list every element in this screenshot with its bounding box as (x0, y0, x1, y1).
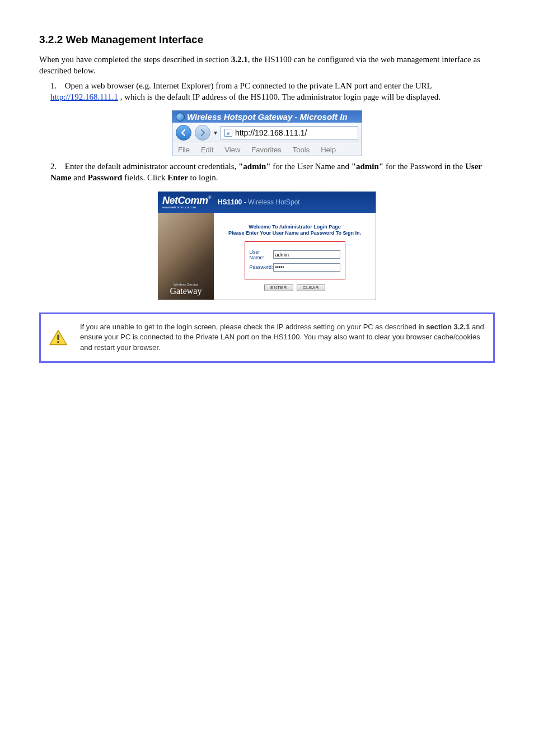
brand-logo: NetComm® www.netcomm.com.au (162, 195, 211, 209)
browser-titlebar: Wireless Hotspot Gateway - Microsoft In (172, 111, 362, 123)
username-row: User Name: (250, 249, 340, 260)
menu-view[interactable]: View (224, 146, 240, 154)
step-2-mid: for the User Name and (271, 162, 352, 171)
notice-text-pre: If you are unable to get to the login sc… (80, 323, 426, 331)
svg-point-1 (57, 341, 59, 343)
arrow-left-icon (180, 129, 188, 137)
nav-dropdown-icon[interactable]: ▾ (214, 129, 217, 137)
step-2-pass-value: "admin" (352, 162, 384, 171)
page-icon: e (224, 129, 232, 137)
brand-registered-icon: ® (208, 195, 211, 200)
step-2-user-value: "admin" (238, 162, 271, 171)
username-input[interactable] (273, 250, 340, 259)
enter-button[interactable]: ENTER (264, 284, 293, 291)
step-2-line2: fields. Click (122, 173, 167, 182)
step-2-line3: to login. (188, 173, 218, 182)
password-label: Password: (250, 264, 273, 270)
step-1: 1. Open a web browser (e.g. Internet Exp… (50, 80, 495, 103)
step-2-pre: Enter the default administrator account … (65, 162, 238, 171)
step-2-post: for the Password in the (383, 162, 465, 171)
step-2: 2. Enter the default administrator accou… (50, 161, 495, 184)
arrow-right-icon (199, 129, 207, 137)
menu-help[interactable]: Help (321, 146, 336, 154)
username-label: User Name: (250, 249, 273, 260)
password-row: Password: (250, 263, 340, 272)
welcome-text: Welcome To Administrator Login Page (221, 224, 369, 230)
menu-edit[interactable]: Edit (201, 146, 213, 154)
browser-menubar: File Edit View Favorites Tools Help (172, 143, 362, 156)
brand-name: NetComm (162, 195, 208, 206)
step-1-pre: Open a web browser (e.g. Internet Explor… (65, 81, 432, 90)
router-login-figure: NetComm® www.netcomm.com.au HS1100 - Wir… (158, 192, 376, 300)
product-separator: - (242, 198, 248, 206)
login-box: User Name: Password: (245, 241, 345, 279)
browser-toolbar: ▾ e http://192.168.111.1/ (172, 123, 362, 143)
step-1-url[interactable]: http://192.168.111.1 (50, 92, 118, 101)
ie-logo-icon (176, 113, 185, 122)
instruction-text: Please Enter Your User Name and Password… (221, 230, 369, 236)
intro-paragraph: When you have completed the steps descri… (39, 54, 495, 77)
step-2-number: 2. (50, 161, 63, 172)
browser-window-figure: Wireless Hotspot Gateway - Microsoft In … (172, 110, 362, 156)
step-1-number: 1. (50, 80, 63, 91)
menu-favorites[interactable]: Favorites (251, 146, 281, 154)
step-1-post: , which is the default IP address of the… (118, 92, 441, 101)
router-side-image: Wireless Service Gateway (158, 213, 214, 300)
menu-file[interactable]: File (178, 146, 190, 154)
address-bar[interactable]: e http://192.168.111.1/ (221, 126, 358, 139)
product-name: Wireless HotSpot (248, 198, 300, 206)
forward-button[interactable] (195, 125, 210, 141)
address-text: http://192.168.111.1/ (235, 128, 307, 137)
notice-box: If you are unable to get to the login sc… (39, 312, 495, 363)
back-button[interactable] (176, 125, 191, 141)
svg-rect-0 (57, 334, 59, 340)
menu-tools[interactable]: Tools (293, 146, 310, 154)
step-2-pass-field: Password (88, 173, 123, 182)
step-2-enter: Enter (167, 173, 188, 182)
notice-section-ref: section 3.2.1 (426, 323, 470, 331)
intro-pre: When you have completed the steps descri… (39, 55, 231, 64)
password-input[interactable] (273, 263, 340, 272)
product-title: HS1100 - Wireless HotSpot (218, 198, 300, 206)
section-heading: 3.2.2 Web Management Interface (39, 34, 495, 46)
intro-section-ref: 3.2.1 (231, 55, 248, 64)
warning-icon (49, 329, 68, 346)
side-caption-main: Gateway (170, 286, 202, 296)
clear-button[interactable]: CLEAR (297, 284, 325, 291)
browser-title: Wireless Hotspot Gateway - Microsoft In (187, 112, 348, 122)
step-2-and: and (72, 173, 88, 182)
router-header: NetComm® www.netcomm.com.au HS1100 - Wir… (158, 192, 376, 213)
product-code: HS1100 (218, 198, 242, 206)
router-main-panel: Welcome To Administrator Login Page Plea… (214, 213, 376, 300)
